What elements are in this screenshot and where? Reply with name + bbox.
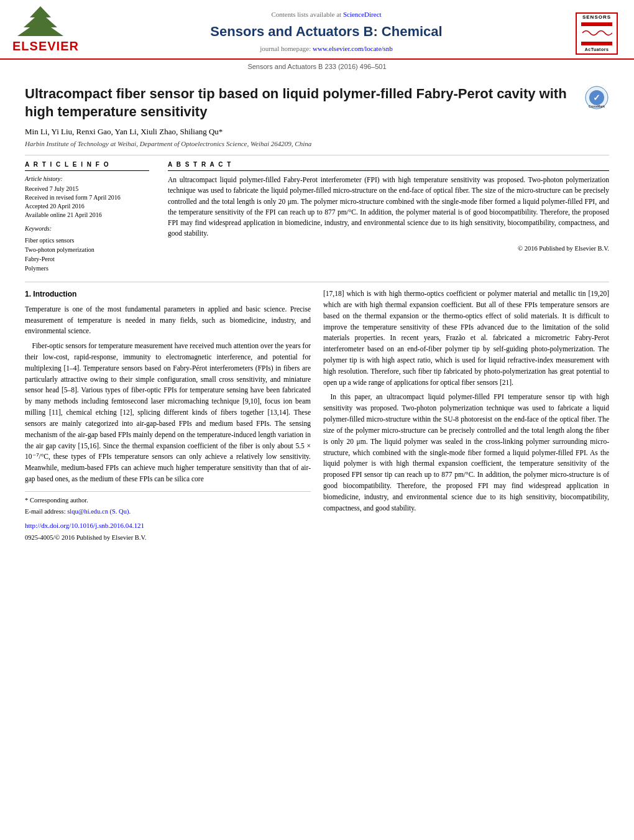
abstract-section: A B S T R A C T An ultracompact liquid p… xyxy=(168,160,609,273)
sensors-logo-text: SENSORS AcTuators xyxy=(581,14,612,52)
elsevier-logo: ELSEVIER xyxy=(12,5,81,58)
sensors-label-2: AcTuators xyxy=(581,47,612,52)
journal-title: Sensors and Actuators B: Chemical xyxy=(81,22,572,42)
homepage-link[interactable]: www.elsevier.com/locate/snb xyxy=(313,45,393,52)
body-column-2: [17,18] which is with high thermo-optics… xyxy=(323,288,609,544)
article-history-label: Article history: xyxy=(25,175,149,183)
date-revised: Received in revised form 7 April 2016 xyxy=(25,193,149,202)
header-center: Contents lists available at ScienceDirec… xyxy=(81,10,572,58)
keyword-3: Fabry-Perot xyxy=(25,254,149,264)
elsevier-tree-icon xyxy=(12,5,68,37)
keywords-section: Keywords: Fiber optics sensors Two-photo… xyxy=(25,224,149,273)
footnote-email-label: E-mail address: xyxy=(25,508,66,515)
keyword-4: Polymers xyxy=(25,264,149,273)
footnote-corresponding: * Corresponding author. xyxy=(25,496,311,505)
abstract-text: An ultracompact liquid polymer-filled Fa… xyxy=(168,175,609,239)
sensors-label-1: SENSORS xyxy=(581,14,612,21)
authors-text: Min Li, Yi Liu, Renxi Gao, Yan Li, Xiuli… xyxy=(25,127,223,136)
sensors-wave-icon xyxy=(581,27,612,39)
section1-title: 1. Introduction xyxy=(25,288,311,300)
email-link[interactable]: slqu@hi.edu.cn (S. Qu). xyxy=(67,508,131,515)
date-received: Received 7 July 2015 xyxy=(25,185,149,193)
crossmark-icon: ✓ CrossMark xyxy=(584,85,609,110)
footnote-email: E-mail address: slqu@hi.edu.cn (S. Qu). xyxy=(25,507,311,517)
article-title: Ultracompact fiber sensor tip based on l… xyxy=(25,85,572,121)
sensors-logo-bar xyxy=(581,22,612,26)
article-content: Ultracompact fiber sensor tip based on l… xyxy=(0,73,634,550)
article-title-section: Ultracompact fiber sensor tip based on l… xyxy=(25,85,609,121)
keyword-1: Fiber optics sensors xyxy=(25,236,149,245)
sensors-actuators-logo: SENSORS AcTuators xyxy=(572,12,622,58)
body-columns: 1. Introduction Temperature is one of th… xyxy=(25,282,609,544)
body-para-col2-1: [17,18] which is with high thermo-optics… xyxy=(323,288,609,388)
journal-header: ELSEVIER Contents lists available at Sci… xyxy=(0,0,634,60)
sciencedirect-link[interactable]: ScienceDirect xyxy=(343,11,382,18)
keywords-label: Keywords: xyxy=(25,224,149,233)
sensors-logo-bar2 xyxy=(581,42,612,45)
keyword-2: Two-photon polymerization xyxy=(25,245,149,254)
issn-copyright: 0925-4005/© 2016 Published by Elsevier B… xyxy=(25,533,311,543)
body-para-col2-2: In this paper, an ultracompact liquid po… xyxy=(323,392,609,514)
body-column-1: 1. Introduction Temperature is one of th… xyxy=(25,288,311,544)
footnote-section: * Corresponding author. E-mail address: … xyxy=(25,491,311,543)
abstract-header: A B S T R A C T xyxy=(168,160,609,171)
footnote-corresponding-text: * Corresponding author. xyxy=(25,497,88,504)
date-online: Available online 21 April 2016 xyxy=(25,211,149,219)
doi-link[interactable]: http://dx.doi.org/10.1016/j.snb.2016.04.… xyxy=(25,522,144,529)
body-para-1: Temperature is one of the most fundament… xyxy=(25,304,311,337)
svg-text:✓: ✓ xyxy=(593,93,600,103)
article-meta: A R T I C L E I N F O Article history: R… xyxy=(25,155,609,273)
journal-ref-line: Sensors and Actuators B 233 (2016) 496–5… xyxy=(0,60,634,73)
body-para-2: Fiber-optic sensors for temperature meas… xyxy=(25,341,311,485)
date-accepted: Accepted 20 April 2016 xyxy=(25,202,149,211)
abstract-copyright: © 2016 Published by Elsevier B.V. xyxy=(168,244,609,254)
article-dates: Received 7 July 2015 Received in revised… xyxy=(25,185,149,219)
journal-homepage: journal homepage: www.elsevier.com/locat… xyxy=(81,44,572,53)
crossmark-svg: ✓ CrossMark xyxy=(584,85,609,110)
sensors-logo-box: SENSORS AcTuators xyxy=(576,12,618,55)
article-info-header: A R T I C L E I N F O xyxy=(25,160,149,171)
sciencedirect-line: Contents lists available at ScienceDirec… xyxy=(81,10,572,19)
article-info-section: A R T I C L E I N F O Article history: R… xyxy=(25,160,149,273)
elsevier-text: ELSEVIER xyxy=(12,37,79,55)
affiliation: Harbin Institute of Technology at Weihai… xyxy=(25,139,609,149)
authors: Min Li, Yi Liu, Renxi Gao, Yan Li, Xiuli… xyxy=(25,126,609,137)
svg-text:CrossMark: CrossMark xyxy=(589,104,605,108)
